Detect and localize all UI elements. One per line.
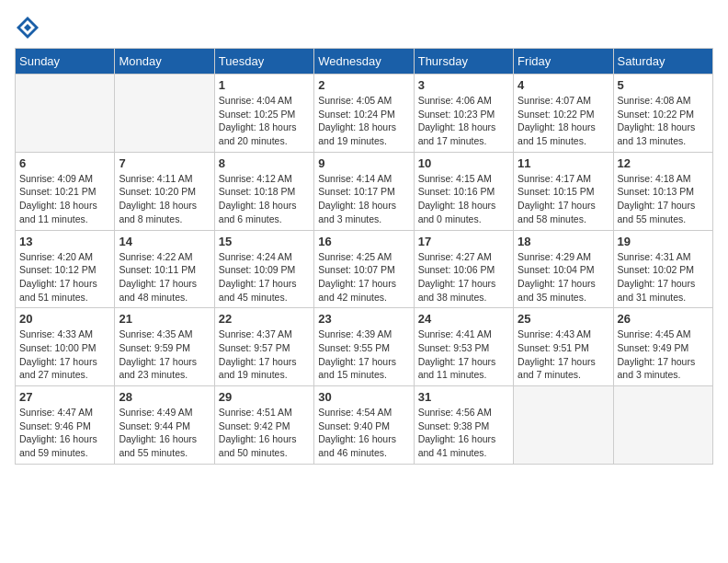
day-info: Sunrise: 4:47 AM Sunset: 9:46 PM Dayligh… (19, 406, 110, 460)
day-info: Sunrise: 4:31 AM Sunset: 10:02 PM Daylig… (618, 250, 709, 304)
weekday-header: Tuesday (214, 49, 313, 75)
day-info: Sunrise: 4:04 AM Sunset: 10:25 PM Daylig… (219, 94, 310, 148)
calendar-cell: 21Sunrise: 4:35 AM Sunset: 9:59 PM Dayli… (115, 308, 214, 386)
day-info: Sunrise: 4:14 AM Sunset: 10:17 PM Daylig… (318, 172, 409, 226)
calendar-cell: 11Sunrise: 4:17 AM Sunset: 10:15 PM Dayl… (514, 152, 613, 230)
day-info: Sunrise: 4:20 AM Sunset: 10:12 PM Daylig… (19, 250, 110, 304)
calendar-week-row: 27Sunrise: 4:47 AM Sunset: 9:46 PM Dayli… (16, 386, 713, 465)
calendar-cell: 31Sunrise: 4:56 AM Sunset: 9:38 PM Dayli… (414, 386, 513, 465)
day-info: Sunrise: 4:51 AM Sunset: 9:42 PM Dayligh… (219, 406, 310, 460)
weekday-header: Saturday (613, 49, 712, 75)
calendar-cell: 24Sunrise: 4:41 AM Sunset: 9:53 PM Dayli… (414, 308, 513, 386)
weekday-header: Sunday (16, 49, 115, 75)
calendar-cell: 27Sunrise: 4:47 AM Sunset: 9:46 PM Dayli… (16, 386, 115, 465)
day-number: 19 (618, 235, 709, 248)
calendar-cell: 12Sunrise: 4:18 AM Sunset: 10:13 PM Dayl… (613, 152, 712, 230)
day-info: Sunrise: 4:54 AM Sunset: 9:40 PM Dayligh… (318, 406, 409, 460)
day-info: Sunrise: 4:29 AM Sunset: 10:04 PM Daylig… (518, 250, 609, 304)
weekday-header: Monday (115, 49, 214, 75)
day-number: 5 (618, 78, 709, 92)
calendar-cell (514, 386, 613, 465)
day-info: Sunrise: 4:18 AM Sunset: 10:13 PM Daylig… (618, 172, 709, 226)
calendar-cell: 22Sunrise: 4:37 AM Sunset: 9:57 PM Dayli… (214, 308, 313, 386)
calendar-cell: 30Sunrise: 4:54 AM Sunset: 9:40 PM Dayli… (314, 386, 414, 465)
calendar-cell: 26Sunrise: 4:45 AM Sunset: 9:49 PM Dayli… (613, 308, 712, 386)
day-number: 26 (618, 312, 709, 326)
calendar-cell: 17Sunrise: 4:27 AM Sunset: 10:06 PM Dayl… (414, 230, 513, 308)
calendar-cell: 7Sunrise: 4:11 AM Sunset: 10:20 PM Dayli… (115, 152, 214, 230)
day-number: 22 (219, 312, 310, 326)
day-number: 12 (618, 156, 709, 170)
day-number: 6 (19, 156, 110, 170)
calendar-cell: 3Sunrise: 4:06 AM Sunset: 10:23 PM Dayli… (414, 75, 513, 153)
day-info: Sunrise: 4:11 AM Sunset: 10:20 PM Daylig… (119, 172, 210, 226)
day-number: 13 (19, 235, 110, 248)
calendar-cell: 28Sunrise: 4:49 AM Sunset: 9:44 PM Dayli… (115, 386, 214, 465)
day-number: 7 (119, 156, 210, 170)
weekday-header: Friday (514, 49, 613, 75)
day-number: 16 (318, 235, 409, 248)
logo (15, 15, 42, 40)
day-number: 8 (219, 156, 310, 170)
day-number: 23 (318, 312, 409, 326)
day-number: 15 (219, 235, 310, 248)
day-info: Sunrise: 4:06 AM Sunset: 10:23 PM Daylig… (418, 94, 509, 148)
day-info: Sunrise: 4:35 AM Sunset: 9:59 PM Dayligh… (119, 327, 210, 382)
calendar-cell (115, 75, 214, 153)
day-number: 4 (518, 78, 609, 92)
calendar-cell: 13Sunrise: 4:20 AM Sunset: 10:12 PM Dayl… (16, 230, 115, 308)
day-info: Sunrise: 4:22 AM Sunset: 10:11 PM Daylig… (119, 250, 210, 304)
calendar-week-row: 20Sunrise: 4:33 AM Sunset: 10:00 PM Dayl… (16, 308, 713, 386)
day-info: Sunrise: 4:41 AM Sunset: 9:53 PM Dayligh… (418, 327, 509, 382)
day-info: Sunrise: 4:56 AM Sunset: 9:38 PM Dayligh… (418, 406, 509, 460)
day-number: 11 (518, 156, 609, 170)
calendar-cell: 14Sunrise: 4:22 AM Sunset: 10:11 PM Dayl… (115, 230, 214, 308)
calendar-cell: 25Sunrise: 4:43 AM Sunset: 9:51 PM Dayli… (514, 308, 613, 386)
calendar-cell: 10Sunrise: 4:15 AM Sunset: 10:16 PM Dayl… (414, 152, 513, 230)
day-info: Sunrise: 4:43 AM Sunset: 9:51 PM Dayligh… (518, 327, 609, 382)
calendar-cell: 18Sunrise: 4:29 AM Sunset: 10:04 PM Dayl… (514, 230, 613, 308)
day-number: 10 (418, 156, 509, 170)
calendar-cell: 4Sunrise: 4:07 AM Sunset: 10:22 PM Dayli… (514, 75, 613, 153)
day-number: 27 (19, 390, 110, 404)
day-info: Sunrise: 4:39 AM Sunset: 9:55 PM Dayligh… (318, 327, 409, 382)
weekday-header-row: SundayMondayTuesdayWednesdayThursdayFrid… (16, 49, 713, 75)
day-number: 14 (119, 235, 210, 248)
weekday-header: Thursday (414, 49, 513, 75)
day-number: 17 (418, 235, 509, 248)
day-number: 9 (318, 156, 409, 170)
calendar-cell: 6Sunrise: 4:09 AM Sunset: 10:21 PM Dayli… (16, 152, 115, 230)
weekday-header: Wednesday (314, 49, 414, 75)
day-number: 24 (418, 312, 509, 326)
calendar-cell (16, 75, 115, 153)
page-header (15, 15, 713, 40)
calendar-week-row: 13Sunrise: 4:20 AM Sunset: 10:12 PM Dayl… (16, 230, 713, 308)
calendar-week-row: 6Sunrise: 4:09 AM Sunset: 10:21 PM Dayli… (16, 152, 713, 230)
day-info: Sunrise: 4:37 AM Sunset: 9:57 PM Dayligh… (219, 327, 310, 382)
day-number: 2 (318, 78, 409, 92)
day-number: 1 (219, 78, 310, 92)
day-info: Sunrise: 4:25 AM Sunset: 10:07 PM Daylig… (318, 250, 409, 304)
day-number: 30 (318, 390, 409, 404)
day-info: Sunrise: 4:12 AM Sunset: 10:18 PM Daylig… (219, 172, 310, 226)
day-info: Sunrise: 4:24 AM Sunset: 10:09 PM Daylig… (219, 250, 310, 304)
day-info: Sunrise: 4:07 AM Sunset: 10:22 PM Daylig… (518, 94, 609, 148)
calendar-table: SundayMondayTuesdayWednesdayThursdayFrid… (15, 48, 713, 465)
logo-icon (15, 15, 40, 40)
calendar-cell: 20Sunrise: 4:33 AM Sunset: 10:00 PM Dayl… (16, 308, 115, 386)
day-number: 28 (119, 390, 210, 404)
day-number: 31 (418, 390, 509, 404)
calendar-cell: 15Sunrise: 4:24 AM Sunset: 10:09 PM Dayl… (214, 230, 313, 308)
day-info: Sunrise: 4:33 AM Sunset: 10:00 PM Daylig… (19, 327, 110, 382)
calendar-cell: 19Sunrise: 4:31 AM Sunset: 10:02 PM Dayl… (613, 230, 712, 308)
calendar-cell: 16Sunrise: 4:25 AM Sunset: 10:07 PM Dayl… (314, 230, 414, 308)
calendar-cell: 2Sunrise: 4:05 AM Sunset: 10:24 PM Dayli… (314, 75, 414, 153)
day-info: Sunrise: 4:27 AM Sunset: 10:06 PM Daylig… (418, 250, 509, 304)
calendar-cell: 8Sunrise: 4:12 AM Sunset: 10:18 PM Dayli… (214, 152, 313, 230)
day-number: 18 (518, 235, 609, 248)
day-info: Sunrise: 4:05 AM Sunset: 10:24 PM Daylig… (318, 94, 409, 148)
day-info: Sunrise: 4:15 AM Sunset: 10:16 PM Daylig… (418, 172, 509, 226)
day-number: 25 (518, 312, 609, 326)
day-info: Sunrise: 4:08 AM Sunset: 10:22 PM Daylig… (618, 94, 709, 148)
day-info: Sunrise: 4:17 AM Sunset: 10:15 PM Daylig… (518, 172, 609, 226)
